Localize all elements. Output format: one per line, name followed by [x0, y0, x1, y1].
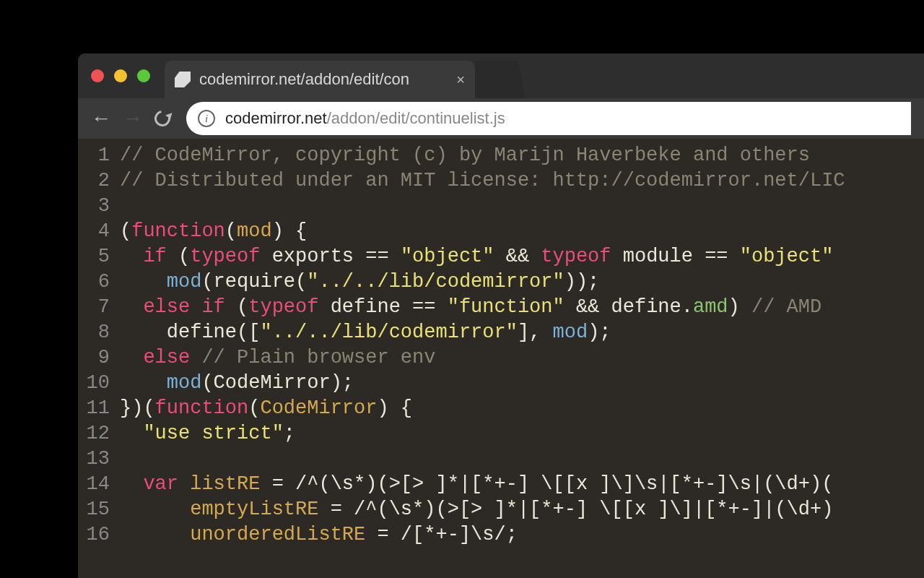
- line-number: 13: [78, 447, 120, 472]
- line-content[interactable]: // CodeMirror, copyright (c) by Marijn H…: [120, 143, 810, 168]
- line-content[interactable]: var listRE = /^(\s*)(>[> ]*|[*+-] \[[x ]…: [120, 472, 833, 497]
- favicon-icon: [175, 72, 191, 87]
- line-content[interactable]: mod(CodeMirror);: [120, 371, 354, 396]
- code-line[interactable]: 9 else // Plain browser env: [78, 345, 924, 371]
- code-line[interactable]: 4(function(mod) {: [78, 219, 924, 244]
- code-line[interactable]: 12 "use strict";: [78, 421, 924, 447]
- url-host: codemirror.net: [225, 109, 327, 128]
- line-content[interactable]: // Distributed under an MIT license: htt…: [120, 168, 845, 194]
- line-number: 15: [78, 497, 120, 522]
- line-number: 10: [78, 371, 120, 396]
- line-content[interactable]: mod(require("../../lib/codemirror"));: [120, 269, 599, 295]
- forward-button[interactable]: →: [123, 107, 143, 130]
- window-controls: [91, 69, 150, 82]
- code-line[interactable]: 3: [78, 194, 924, 219]
- code-line[interactable]: 13: [78, 447, 924, 472]
- line-number: 9: [78, 345, 120, 371]
- line-number: 7: [78, 295, 120, 320]
- address-bar[interactable]: i codemirror.net/addon/edit/continuelist…: [186, 102, 911, 135]
- content-viewport[interactable]: 1// CodeMirror, copyright (c) by Marijn …: [78, 139, 924, 578]
- line-content[interactable]: else if (typeof define == "function" && …: [120, 295, 821, 320]
- line-number: 5: [78, 244, 120, 269]
- back-button[interactable]: ←: [91, 107, 111, 130]
- browser-window: codemirror.net/addon/edit/con × ← → i co…: [78, 53, 924, 578]
- tab-title: codemirror.net/addon/edit/con: [199, 70, 450, 89]
- line-number: 12: [78, 421, 120, 447]
- line-content[interactable]: define(["../../lib/codemirror"], mod);: [120, 320, 611, 345]
- code-editor[interactable]: 1// CodeMirror, copyright (c) by Marijn …: [78, 139, 924, 548]
- code-line[interactable]: 7 else if (typeof define == "function" &…: [78, 295, 924, 320]
- line-number: 11: [78, 396, 120, 421]
- code-line[interactable]: 10 mod(CodeMirror);: [78, 371, 924, 396]
- code-line[interactable]: 14 var listRE = /^(\s*)(>[> ]*|[*+-] \[[…: [78, 472, 924, 497]
- code-line[interactable]: 8 define(["../../lib/codemirror"], mod);: [78, 320, 924, 345]
- code-line[interactable]: 16 unorderedListRE = /[*+-]\s/;: [78, 522, 924, 548]
- line-content[interactable]: if (typeof exports == "object" && typeof…: [120, 244, 833, 269]
- new-tab-button[interactable]: [475, 61, 526, 98]
- code-line[interactable]: 2// Distributed under an MIT license: ht…: [78, 168, 924, 194]
- code-line[interactable]: 6 mod(require("../../lib/codemirror"));: [78, 269, 924, 295]
- reload-button[interactable]: [154, 111, 175, 126]
- code-line[interactable]: 15 emptyListRE = /^(\s*)(>[> ]*|[*+-] \[…: [78, 497, 924, 522]
- line-number: 1: [78, 143, 120, 168]
- maximize-window-button[interactable]: [137, 69, 150, 82]
- code-line[interactable]: 11})(function(CodeMirror) {: [78, 396, 924, 421]
- line-number: 4: [78, 219, 120, 244]
- line-number: 14: [78, 472, 120, 497]
- line-content[interactable]: emptyListRE = /^(\s*)(>[> ]*|[*+-] \[[x …: [120, 497, 833, 522]
- site-info-icon[interactable]: i: [198, 110, 215, 127]
- line-number: 8: [78, 320, 120, 345]
- line-content[interactable]: })(function(CodeMirror) {: [120, 396, 412, 421]
- url-path: /addon/edit/continuelist.js: [327, 109, 505, 128]
- tab-bar: codemirror.net/addon/edit/con ×: [78, 53, 924, 98]
- reload-icon: [152, 108, 174, 130]
- line-number: 16: [78, 522, 120, 548]
- browser-tab-active[interactable]: codemirror.net/addon/edit/con ×: [165, 61, 475, 98]
- line-number: 2: [78, 168, 120, 194]
- line-content[interactable]: else // Plain browser env: [120, 345, 435, 371]
- line-content[interactable]: (function(mod) {: [120, 219, 307, 244]
- minimize-window-button[interactable]: [114, 69, 127, 82]
- close-tab-button[interactable]: ×: [456, 72, 465, 88]
- line-content[interactable]: unorderedListRE = /[*+-]\s/;: [120, 522, 518, 548]
- code-line[interactable]: 1// CodeMirror, copyright (c) by Marijn …: [78, 143, 924, 168]
- line-number: 6: [78, 269, 120, 295]
- close-window-button[interactable]: [91, 69, 104, 82]
- line-number: 3: [78, 194, 120, 219]
- toolbar: ← → i codemirror.net/addon/edit/continue…: [78, 98, 924, 139]
- code-line[interactable]: 5 if (typeof exports == "object" && type…: [78, 244, 924, 269]
- line-content[interactable]: "use strict";: [120, 421, 295, 447]
